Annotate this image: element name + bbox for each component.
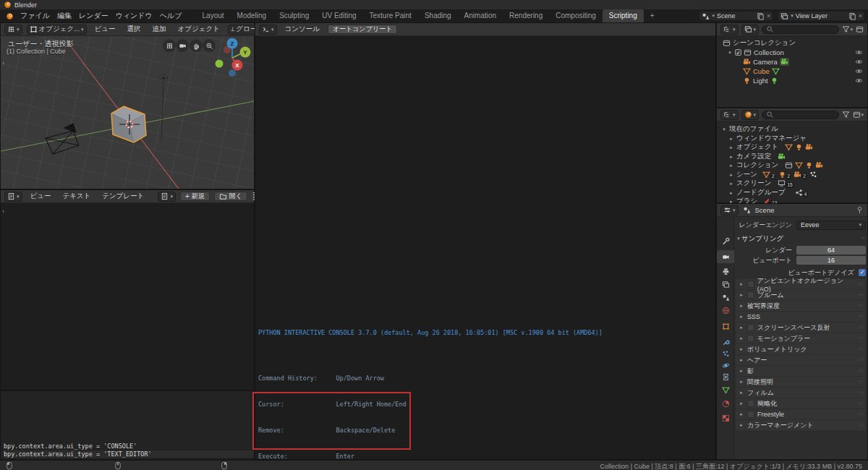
properties-panel-header[interactable]: ▸ 間接照明 ∷∷ [736,377,866,387]
properties-panel-header[interactable]: ▸ ヘアー ∷∷ [736,355,866,365]
text-editor-menu-item[interactable]: テキスト [59,192,94,201]
light-data-icon[interactable] [770,77,778,85]
file-outliner-row[interactable]: ▸オブジェクト [717,142,867,152]
console-menu[interactable]: コンソール [281,25,323,34]
outliner-editor-type-button[interactable]: ▾ [720,110,739,120]
tab-texture[interactable] [717,411,734,424]
autocomplete-button[interactable]: オートコンプリート [328,25,397,34]
tab-constraints[interactable] [717,370,734,383]
properties-panel-header[interactable]: ▸ 影 ∷∷ [736,366,866,376]
blend-file-mode-button[interactable]: ▾ [741,110,760,120]
menubar-item[interactable]: レンダー [75,11,112,21]
outliner-row-collection[interactable]: ▾ ✓ Collection [717,48,867,57]
tab-object[interactable] [717,320,734,333]
collection-checkbox[interactable]: ✓ [735,49,741,56]
sampling-viewport-field[interactable]: 16 [796,256,866,265]
panel-checkbox[interactable] [747,324,754,331]
grid-toggle-button[interactable] [163,39,176,52]
file-outliner-row[interactable]: ▸スクリーン 15 [717,179,867,188]
sampling-render-field[interactable]: 64 [796,246,866,255]
properties-panel-header[interactable]: ▸ ボリューメトリック ∷∷ [736,344,866,354]
new-text-button[interactable]: +新規 [180,192,210,201]
file-outliner-root[interactable]: ▾現在のファイル [717,124,867,134]
panel-checkbox[interactable] [747,411,754,418]
outliner-row-scene-collection[interactable]: シーンコレクション [717,38,867,48]
viewport-menu-item[interactable]: 選択 [124,25,145,34]
outliner-row-cube[interactable]: Cube [717,67,867,76]
tab-material[interactable] [717,397,734,410]
open-text-button[interactable]: 開く [214,192,247,201]
workspace-tab[interactable]: Scripting [603,9,644,22]
tab-output[interactable] [717,265,734,278]
properties-panel-header[interactable]: ▸ SSS ∷∷ [736,312,866,322]
toolbar-expand-chevron[interactable]: › [2,59,4,67]
mesh-data-icon[interactable] [772,67,780,75]
menubar-item[interactable]: ヘルプ [156,11,186,21]
properties-panel-header[interactable]: ▸ 簡略化 ∷∷ [736,398,866,409]
eye-icon[interactable] [855,58,863,66]
scene-selector[interactable]: ▾ Scene × [699,11,773,21]
properties-panel-header[interactable]: ▸ スクリーンスペース反射 ∷∷ [736,322,866,333]
menubar-item[interactable]: ウィンドウ [112,11,156,21]
properties-panel-header[interactable]: ▸ フィルム ∷∷ [736,388,866,398]
viewport-mode-selector[interactable]: オブジェク...▾ [27,25,87,35]
eye-icon[interactable] [855,67,863,75]
remove-view-layer-icon[interactable]: × [859,12,862,20]
panel-checkbox[interactable] [747,281,754,288]
tab-tool[interactable] [717,234,734,247]
properties-panel-header[interactable]: ▸ Freestyle ∷∷ [736,409,866,419]
tab-world[interactable] [717,304,734,317]
viewport-menu-item[interactable]: オブジェクト [174,25,224,34]
properties-panel-header[interactable]: ▸ アンビエントオクルージョン(AO) ∷∷ [736,279,866,289]
filter-icon[interactable] [842,111,850,119]
camera-data-icon[interactable] [780,58,789,66]
tab-scene[interactable] [717,291,734,304]
unlink-scene-icon[interactable]: × [767,12,770,20]
info-log-line[interactable]: bpy.context.area.ui_type = 'TEXT_EDITOR' [4,450,254,458]
menubar-item[interactable]: ファイル [17,11,54,21]
properties-panel-header[interactable]: ▸ モーションブラー ∷∷ [736,333,866,343]
console-editor-type-button[interactable]: ▾ [259,25,277,35]
menubar-item[interactable]: 編集 [54,11,75,21]
viewport-canvas[interactable]: Z Y X ユーザー・透視投影 (1) Collection | Cube › [1,36,254,189]
camera-view-button[interactable] [176,39,189,52]
workspace-tab[interactable]: UV Editing [315,9,362,22]
console-output[interactable]: PYTHON INTERACTIVE CONSOLE 3.7.0 (defaul… [258,317,665,470]
render-engine-dropdown[interactable]: Eevee▾ [796,221,866,230]
properties-editor-type-button[interactable]: ▾ [720,205,739,215]
workspace-tab[interactable]: Modeling [231,9,273,22]
workspace-tab[interactable]: Compositing [549,9,603,22]
workspace-tab[interactable]: Shading [418,9,458,22]
outliner-search-input[interactable] [762,25,839,34]
outliner-editor-type-button[interactable]: ▾ [720,25,739,35]
view-layer-selector[interactable]: ▾ View Layer × [778,11,865,21]
text-editor-menu-item[interactable]: テンプレート [98,192,148,201]
text-sidebar-expand-chevron[interactable]: › [2,208,4,215]
pan-view-button[interactable] [190,39,203,52]
panel-checkbox[interactable] [747,291,754,299]
properties-panel-header[interactable]: ▸ カラーマネージメント ∷∷ [736,420,866,430]
blender-menu-icon[interactable] [6,12,14,20]
viewport-denoise-checkbox[interactable]: ✓ [859,269,866,276]
workspace-tab[interactable]: Layout [196,9,231,22]
tab-object-data[interactable] [717,383,734,396]
viewport-menu-item[interactable]: 追加 [149,25,170,34]
workspace-tab[interactable]: Animation [458,9,503,22]
file-outliner-row[interactable]: ▸コレクション [717,161,867,170]
new-scene-icon[interactable] [757,12,765,20]
eye-icon[interactable] [855,77,863,85]
eye-icon[interactable] [855,48,863,56]
text-editor-type-button[interactable]: ▾ [4,192,22,202]
workspace-tab[interactable]: Sculpting [273,9,315,22]
workspace-tab[interactable]: Texture Paint [363,9,418,22]
collection-icon[interactable]: ▾ [853,111,864,119]
add-workspace-button[interactable]: + [644,9,661,22]
workspace-tab[interactable]: Rendering [503,9,549,22]
outliner-row-camera[interactable]: Camera [717,57,867,67]
properties-panel-header[interactable]: ▸ 被写界深度 ∷∷ [736,301,866,311]
viewport-menu-item[interactable]: ビュー [91,25,119,34]
pin-icon[interactable] [856,206,864,214]
outliner-display-mode-button[interactable]: ▾ [741,25,760,35]
outliner-row-light[interactable]: Light [717,76,867,85]
new-collection-icon[interactable] [856,25,864,33]
